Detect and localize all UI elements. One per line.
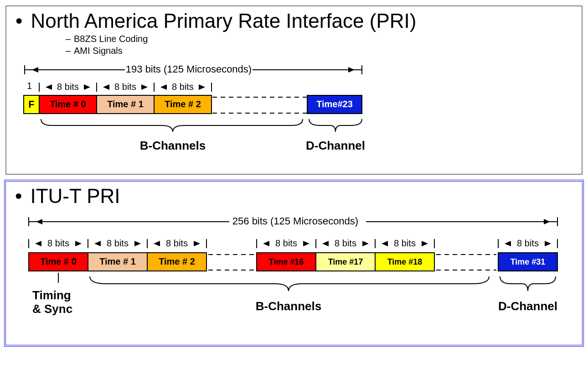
- itu-bch: B-Channels: [256, 299, 321, 313]
- svg-marker-15: [160, 84, 167, 90]
- svg-text:& Sync: & Sync: [32, 302, 72, 316]
- itu-s17: Time #17: [328, 257, 363, 266]
- svg-marker-2: [32, 67, 38, 73]
- na-sublist: –B8ZS Line Coding –AMI Signals: [66, 34, 573, 56]
- itu-slots: Time # 0 Time # 1 Time # 2 Time #16 Time…: [29, 253, 557, 271]
- na-sub1: B8ZS Line Coding: [74, 34, 148, 44]
- na-slots: F Time # 0 Time # 1 Time # 2 Time#23: [24, 95, 362, 114]
- itu-s18: Time #18: [387, 257, 423, 266]
- svg-marker-9: [84, 84, 90, 90]
- itu-8bit-left: 8 bits 8 bits 8 bits: [29, 238, 206, 248]
- na-8bit-labels: 8 bits 8 bits 8 bits: [39, 82, 211, 92]
- svg-marker-35: [75, 241, 82, 246]
- na-slot0: Time # 0: [50, 99, 86, 109]
- itu-bchannel-brace: B-Channels: [90, 276, 489, 313]
- svg-marker-28: [36, 219, 42, 224]
- svg-text:Timing: Timing: [32, 288, 71, 302]
- na-slot1: Time # 1: [107, 99, 144, 109]
- svg-marker-41: [154, 241, 160, 246]
- svg-marker-46: [263, 241, 269, 246]
- svg-marker-59: [505, 241, 511, 246]
- svg-marker-11: [103, 84, 109, 90]
- svg-marker-54: [382, 241, 388, 246]
- svg-text:8 bits: 8 bits: [172, 82, 194, 92]
- itu-s2: Time # 2: [159, 256, 195, 266]
- svg-marker-52: [362, 241, 369, 246]
- svg-marker-17: [199, 84, 205, 90]
- svg-marker-13: [141, 84, 148, 90]
- na-f: F: [28, 99, 34, 110]
- na-slot2: Time # 2: [165, 99, 201, 109]
- na-bch: B-Channels: [140, 139, 206, 152]
- na-framebit-label: 1: [27, 81, 32, 91]
- na-title: North America Primary Rate Interface (PR…: [31, 11, 416, 31]
- svg-text:8 bits: 8 bits: [107, 238, 129, 248]
- svg-text:8 bits: 8 bits: [47, 238, 69, 248]
- svg-marker-43: [194, 241, 200, 246]
- svg-marker-50: [322, 241, 329, 246]
- svg-text:8 bits: 8 bits: [166, 238, 188, 248]
- svg-text:8 bits: 8 bits: [394, 238, 416, 248]
- itu-dch: D-Channel: [498, 299, 557, 313]
- svg-text:8 bits: 8 bits: [57, 82, 79, 92]
- itu-diagram: 256 bits (125 Microseconds) 8 bits 8 bit…: [15, 209, 573, 337]
- svg-text:8 bits: 8 bits: [114, 82, 136, 92]
- itu-title: ITU-T PRI: [30, 186, 120, 206]
- svg-marker-48: [303, 241, 309, 246]
- svg-marker-33: [35, 241, 41, 246]
- na-sub2: AMI Signals: [74, 46, 123, 56]
- itu-s31: Time #31: [511, 257, 546, 266]
- na-span-dimension: 193 bits (125 Microseconds): [25, 63, 362, 75]
- svg-text:8 bits: 8 bits: [275, 238, 297, 248]
- na-slot23: Time#23: [316, 99, 353, 109]
- na-diagram: 193 bits (125 Microseconds) 1 8 bits 8 b…: [15, 61, 573, 166]
- svg-marker-4: [348, 67, 355, 73]
- na-bchannel-brace: B-Channels: [41, 119, 303, 152]
- svg-text:8 bits: 8 bits: [335, 238, 356, 248]
- svg-text:8 bits: 8 bits: [517, 238, 539, 248]
- itu-s16: Time #16: [269, 257, 304, 266]
- itu-span-label: 256 bits (125 Microseconds): [232, 215, 358, 227]
- svg-marker-30: [544, 219, 550, 224]
- na-dch: D-Channel: [306, 139, 365, 152]
- itu-8bit-right: 8 bits: [498, 238, 557, 248]
- itu-span-dimension: 256 bits (125 Microseconds): [29, 215, 557, 227]
- itu-timing-label: Timing & Sync: [32, 273, 72, 316]
- na-pri-panel: • North America Primary Rate Interface (…: [5, 5, 583, 175]
- svg-marker-37: [94, 241, 101, 246]
- itu-pri-panel: • ITU-T PRI 256 bits (125 Microseconds) …: [5, 181, 583, 345]
- itu-8bit-mid: 8 bits 8 bits 8 bits: [257, 238, 434, 248]
- bullet-icon: •: [15, 11, 22, 31]
- itu-dchannel-brace: D-Channel: [498, 276, 557, 313]
- svg-marker-39: [134, 241, 141, 246]
- na-span-label: 193 bits (125 Microseconds): [126, 63, 252, 75]
- itu-s0: Time # 0: [40, 256, 77, 266]
- itu-s1: Time # 1: [99, 256, 136, 266]
- svg-marker-61: [545, 241, 551, 246]
- bullet-icon: •: [15, 186, 22, 206]
- svg-marker-56: [422, 241, 428, 246]
- na-dchannel-brace: D-Channel: [306, 119, 365, 152]
- svg-marker-7: [46, 84, 52, 90]
